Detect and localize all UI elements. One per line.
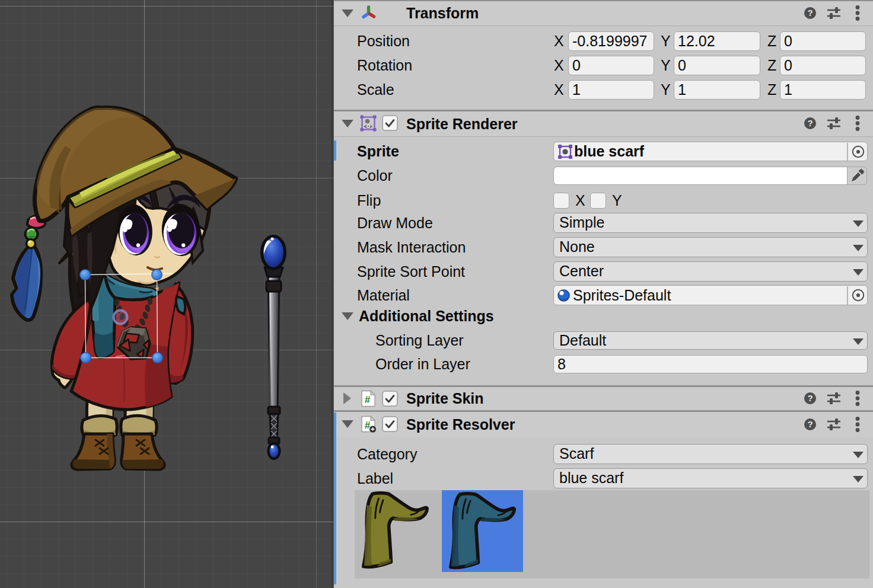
- svg-text:?: ?: [807, 118, 813, 128]
- svg-text:?: ?: [807, 419, 813, 429]
- svg-text:?: ?: [807, 8, 813, 18]
- svg-text:?: ?: [807, 393, 813, 403]
- svg-text:#: #: [365, 394, 371, 405]
